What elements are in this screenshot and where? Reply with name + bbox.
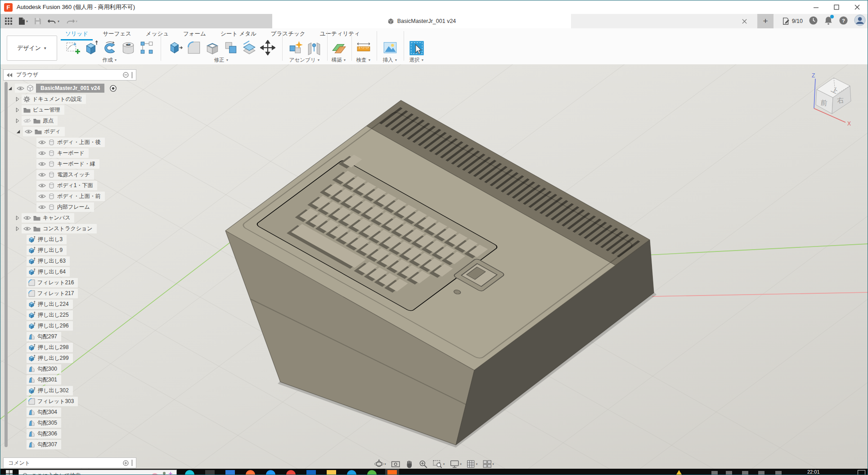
plus-circle-icon[interactable] [123, 460, 129, 466]
browser-item[interactable]: キーボード・縁 [36, 158, 99, 169]
browser-item-label[interactable]: 勾配304 [37, 408, 57, 416]
browser-item-label[interactable]: ボディ・上面・後 [57, 139, 101, 146]
browser-item[interactable]: ボディ・上面・前 [36, 191, 105, 202]
hole-icon[interactable] [121, 40, 136, 57]
select-icon[interactable] [409, 40, 425, 58]
browser-item[interactable]: 電源スイッチ [36, 169, 94, 180]
browser-item-label[interactable]: フィレット216 [37, 279, 74, 287]
windows-taskbar[interactable]: ここに入力して検索 22:01 [0, 469, 868, 475]
browser-item-label[interactable]: 勾配300 [37, 365, 57, 373]
visibility-eye-icon[interactable] [23, 118, 31, 123]
joint-icon[interactable] [306, 40, 322, 57]
close-button[interactable] [847, 0, 868, 14]
browser-item[interactable]: 押し出し296 [27, 320, 73, 331]
browser-item[interactable]: ドキュメントの設定 [16, 94, 86, 104]
insert-image-icon[interactable] [382, 40, 398, 57]
tab-form[interactable]: フォーム [182, 28, 207, 40]
tray-icon[interactable] [711, 471, 718, 475]
tray-icon[interactable] [742, 471, 748, 475]
browser-item[interactable]: フィレット303 [27, 396, 78, 407]
browser-item[interactable]: フィレット217 [27, 288, 78, 299]
browser-item[interactable]: 勾配304 [27, 407, 61, 417]
zoom-icon[interactable] [419, 460, 428, 469]
browser-item[interactable]: 押し出し64 [27, 266, 70, 277]
expander-collapsed-icon[interactable] [16, 108, 19, 112]
browser-item[interactable]: ビュー管理 [16, 104, 64, 115]
expander-expanded-icon[interactable] [16, 129, 21, 134]
taskbar-search-box[interactable]: ここに入力して検索 [18, 470, 177, 475]
browser-item-label[interactable]: 押し出し224 [38, 300, 69, 308]
visibility-eye-icon[interactable] [38, 194, 46, 199]
minus-circle-icon[interactable] [123, 72, 129, 78]
orbit-icon[interactable]: ▾ [374, 459, 386, 469]
construction-plane-icon[interactable] [331, 40, 346, 57]
action-center-icon[interactable] [858, 470, 865, 475]
browser-item-label[interactable]: 勾配297 [37, 333, 57, 341]
document-tab-close-icon[interactable] [740, 17, 749, 26]
edits-remaining-badge[interactable]: 9/10 [782, 17, 803, 25]
tab-utilities[interactable]: ユーティリティ [319, 28, 361, 40]
browser-scrollbar[interactable] [4, 82, 8, 447]
visibility-eye-icon[interactable] [38, 172, 46, 177]
expander-collapsed-icon[interactable] [16, 226, 19, 231]
browser-item[interactable]: キーボード [36, 148, 89, 158]
browser-item-label[interactable]: 押し出し299 [38, 354, 69, 362]
redo-icon[interactable]: ▾ [66, 18, 77, 25]
panel-grip[interactable] [131, 460, 133, 466]
save-icon[interactable] [34, 18, 41, 25]
group-label-modify[interactable]: 修正▼ [214, 57, 229, 63]
browser-item[interactable]: キャンバス [16, 212, 74, 223]
measure-icon[interactable] [356, 40, 371, 57]
browser-item-label[interactable]: ボディ [44, 128, 61, 135]
browser-item-label[interactable]: キャンバス [43, 214, 70, 222]
expander-collapsed-icon[interactable] [16, 215, 19, 220]
browser-item-label[interactable]: フィレット217 [37, 290, 74, 297]
pattern-icon[interactable] [139, 40, 154, 57]
browser-item[interactable]: ボディ1・下面 [36, 180, 97, 191]
look-at-icon[interactable] [391, 460, 400, 468]
browser-item[interactable]: 押し出し63 [27, 255, 70, 266]
group-label-select[interactable]: 選択▼ [409, 57, 424, 63]
app-grid-menu-icon[interactable] [5, 18, 12, 25]
fillet-icon[interactable] [186, 40, 202, 57]
browser-item-label[interactable]: 押し出し298 [38, 344, 69, 351]
revolve-icon[interactable] [102, 40, 117, 57]
taskbar-app-chrome[interactable] [286, 470, 296, 475]
job-status-clock-icon[interactable] [809, 16, 818, 27]
combine-icon[interactable] [223, 40, 238, 57]
browser-item-label[interactable]: 電源スイッチ [57, 171, 90, 179]
browser-item-label[interactable]: 押し出し302 [38, 387, 69, 394]
browser-item-label[interactable]: 原点 [43, 117, 54, 125]
browser-item-label[interactable]: 勾配301 [37, 376, 57, 384]
browser-item-label[interactable]: 押し出し9 [38, 246, 63, 254]
browser-item-label[interactable]: 押し出し225 [38, 311, 69, 319]
tab-sheetmetal[interactable]: シート メタル [220, 28, 257, 40]
browser-item[interactable]: 勾配307 [27, 439, 61, 450]
new-component-icon[interactable] [288, 40, 303, 57]
expander-collapsed-icon[interactable] [16, 118, 19, 123]
help-icon[interactable]: ? [839, 16, 848, 27]
browser-item[interactable]: 勾配301 [27, 374, 61, 385]
browser-item-label[interactable]: 押し出し3 [38, 236, 63, 243]
browser-item[interactable]: 押し出し225 [27, 309, 73, 320]
visibility-eye-icon[interactable] [17, 86, 24, 91]
visibility-eye-icon[interactable] [38, 161, 46, 166]
browser-item-label[interactable]: 勾配306 [37, 430, 57, 438]
browser-item[interactable]: 押し出し224 [27, 299, 73, 309]
new-tab-button[interactable]: + [757, 14, 774, 28]
visibility-eye-icon[interactable] [23, 215, 31, 220]
taskbar-app-fusion-360[interactable] [387, 470, 397, 475]
comments-panel-header[interactable]: コメント [3, 457, 136, 468]
group-label-construct[interactable]: 構築▼ [332, 57, 346, 63]
visibility-eye-icon[interactable] [25, 129, 32, 134]
display-settings-icon[interactable]: ▾ [450, 460, 462, 468]
browser-item[interactable]: 原点 [16, 115, 58, 126]
tray-icon[interactable] [775, 471, 782, 475]
group-label-assemble[interactable]: アセンブリ▼ [289, 57, 320, 63]
browser-item[interactable]: 押し出し302 [27, 385, 73, 396]
create-sketch-icon[interactable] [65, 40, 81, 57]
basicmaster-3d-model[interactable] [225, 100, 657, 448]
tab-surface[interactable]: サーフェス [102, 28, 132, 40]
offset-face-icon[interactable] [242, 40, 257, 57]
browser-item[interactable]: 勾配306 [27, 428, 61, 439]
